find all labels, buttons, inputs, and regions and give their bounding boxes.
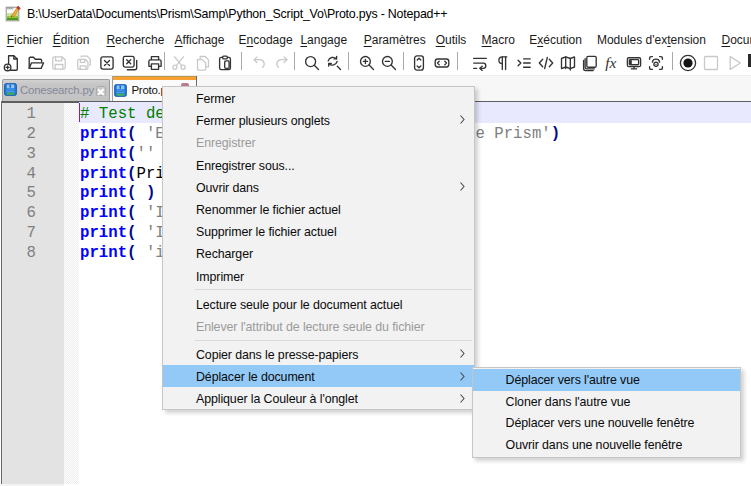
svg-text:fx: fx bbox=[605, 54, 616, 71]
